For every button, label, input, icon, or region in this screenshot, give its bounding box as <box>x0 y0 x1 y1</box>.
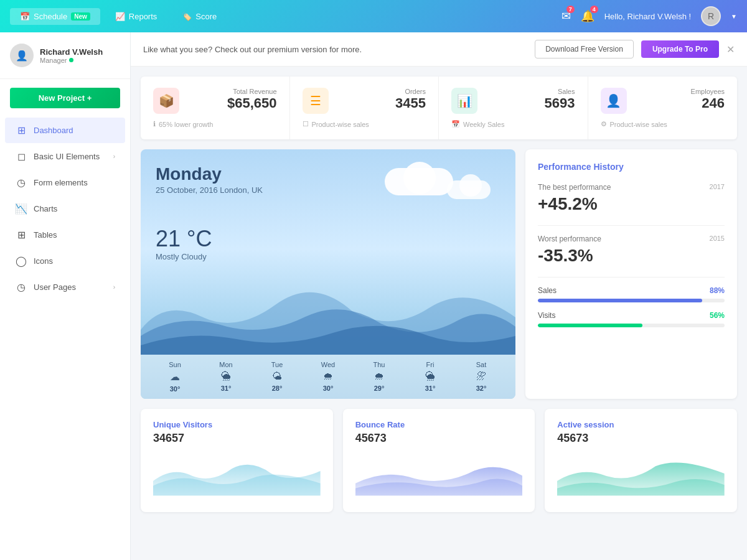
employees-footer-text: Product-wise sales <box>610 121 667 128</box>
dashboard-icon: ⊞ <box>15 124 27 136</box>
sidebar-item-label: Icons <box>34 256 53 266</box>
notifications-button[interactable]: ✉ 7 <box>561 9 571 23</box>
sidebar-item-dashboard[interactable]: ⊞ Dashboard <box>5 118 125 143</box>
alerts-count: 4 <box>590 6 598 13</box>
settings-icon: ⚙ <box>601 120 607 128</box>
user-avatar[interactable]: R <box>701 6 721 26</box>
chevron-down-icon: ▼ <box>731 13 737 20</box>
nav-tab-reports[interactable]: 📈 Reports <box>105 8 167 25</box>
sidebar-item-charts[interactable]: 📉 Charts <box>5 196 125 222</box>
visits-bar-fill <box>538 324 642 327</box>
worst-value: -35.3% <box>538 246 725 266</box>
download-free-button[interactable]: Download Free Version <box>535 40 634 58</box>
reports-label: Reports <box>129 12 157 21</box>
role-label: Manager <box>40 57 67 64</box>
sales-icon: 📊 <box>451 88 477 114</box>
weather-temperature: 21 °C <box>141 226 515 252</box>
rain-icon: 🌦 <box>202 371 250 382</box>
bottom-stats-row: Unique Visitors 34657 <box>141 409 737 512</box>
bounce-rate-card: Bounce Rate 45673 <box>343 409 535 512</box>
visits-progress-row: Visits 56% <box>538 311 725 327</box>
weather-description: Mostly Cloudy <box>141 252 515 268</box>
sidebar-item-icons[interactable]: ◯ Icons <box>5 248 125 274</box>
charts-icon: 📉 <box>15 203 27 215</box>
tables-icon: ⊞ <box>15 229 27 241</box>
stat-card-orders: ☰ Orders 3455 ☐ Product-wise sales <box>290 77 439 139</box>
unique-visitors-value: 34657 <box>153 432 321 445</box>
employees-footer: ⚙ Product-wise sales <box>601 120 725 128</box>
best-year: 2017 <box>710 183 725 190</box>
storm-icon: ⛈ <box>457 371 505 382</box>
orders-footer: ☐ Product-wise sales <box>303 120 426 128</box>
revenue-value: $65,650 <box>188 95 277 111</box>
unique-visitors-chart <box>153 451 321 501</box>
sales-pct: 88% <box>710 286 725 295</box>
avatar-initial: R <box>708 11 714 21</box>
forecast-sat: Sat ⛈ 32° <box>457 361 505 393</box>
cloud-graphic <box>372 162 497 212</box>
banner-text: Like what you see? Check out our premium… <box>143 45 527 54</box>
weather-forecast: Sun ☁ 30° Mon 🌦 31° Tue 🌤 28° <box>141 355 515 399</box>
unique-visitors-card: Unique Visitors 34657 <box>141 409 333 512</box>
best-performance-metric: The best performance 2017 +45.2% <box>538 183 725 214</box>
profile-role: Manager <box>40 57 103 64</box>
score-icon: 🏷️ <box>182 12 192 21</box>
sidebar-item-tables[interactable]: ⊞ Tables <box>5 222 125 248</box>
sidebar-item-form-elements[interactable]: ◷ Form elements <box>5 170 125 195</box>
forecast-tue: Tue 🌤 28° <box>253 361 301 393</box>
partly-cloudy-icon: 🌤 <box>253 371 301 382</box>
forecast-thu: Thu 🌧 29° <box>355 361 403 393</box>
notifications-count: 7 <box>566 6 575 13</box>
employees-value: 246 <box>636 95 725 111</box>
active-session-card: Active session 45673 <box>545 409 737 512</box>
employees-label: Employees <box>636 88 725 95</box>
sidebar-item-label: Basic UI Elements <box>34 152 100 161</box>
stat-card-sales: 📊 Sales 5693 📅 Weekly Sales <box>439 77 588 139</box>
nav-right-section: ✉ 7 🔔 4 Hello, Richard V.Welsh ! R ▼ <box>561 6 737 26</box>
chevron-right-icon: › <box>113 284 115 291</box>
new-project-button[interactable]: New Project + <box>10 88 120 108</box>
sidebar: 👤 Richard V.Welsh Manager New Project + … <box>0 32 131 560</box>
active-session-chart <box>557 451 725 501</box>
close-icon[interactable]: ✕ <box>726 44 735 55</box>
worst-perf-label: Worst performance 2015 <box>538 235 725 243</box>
forecast-fri: Fri 🌦 31° <box>406 361 454 393</box>
profile-name: Richard V.Welsh <box>40 47 103 57</box>
revenue-label: Total Revenue <box>188 88 277 95</box>
sales-bar-fill <box>538 299 702 302</box>
mountain-illustration <box>141 274 515 355</box>
orders-value: 3455 <box>337 95 426 111</box>
visits-progress-label: Visits 56% <box>538 311 725 320</box>
nav-tab-score[interactable]: 🏷️ Score <box>172 8 227 25</box>
forecast-wed: Wed 🌧 30° <box>304 361 352 393</box>
sidebar-item-basic-ui[interactable]: ◻ Basic UI Elements › <box>5 144 125 169</box>
revenue-footer-text: 65% lower growth <box>159 121 213 128</box>
bounce-rate-value: 45673 <box>355 432 523 445</box>
stat-card-revenue: 📦 Total Revenue $65,650 ℹ 65% lower grow… <box>141 77 290 139</box>
best-value: +45.2% <box>538 194 725 214</box>
main-layout: 👤 Richard V.Welsh Manager New Project + … <box>0 32 747 560</box>
unique-visitors-title: Unique Visitors <box>153 420 321 429</box>
sidebar-item-user-pages[interactable]: ◷ User Pages › <box>5 274 125 300</box>
sidebar-item-label: Tables <box>34 230 57 240</box>
orders-icon: ☰ <box>303 88 329 114</box>
sales-progress-bar <box>538 299 725 302</box>
upgrade-pro-button[interactable]: Upgrade To Pro <box>641 40 719 58</box>
greeting-text: Hello, Richard V.Welsh ! <box>604 12 691 21</box>
checkbox-icon: ☐ <box>303 120 309 128</box>
calendar-icon: 📅 <box>451 120 460 128</box>
user-pages-icon: ◷ <box>15 281 27 293</box>
visits-progress-bar <box>538 324 725 327</box>
thu-rain-icon: 🌧 <box>355 371 403 382</box>
score-label: Score <box>195 12 217 21</box>
nav-tab-schedule[interactable]: 📅 Schedule New <box>10 8 100 25</box>
sales-label: Sales <box>486 88 575 95</box>
active-session-value: 45673 <box>557 432 725 445</box>
worst-performance-metric: Worst performance 2015 -35.3% <box>538 235 725 266</box>
alerts-button[interactable]: 🔔 4 <box>581 9 594 23</box>
heavy-rain-icon: 🌧 <box>304 371 352 382</box>
sales-value: 5693 <box>486 95 575 111</box>
best-perf-label: The best performance 2017 <box>538 183 725 192</box>
sidebar-item-label: Dashboard <box>34 126 73 135</box>
performance-card: Performance History The best performance… <box>525 149 737 399</box>
